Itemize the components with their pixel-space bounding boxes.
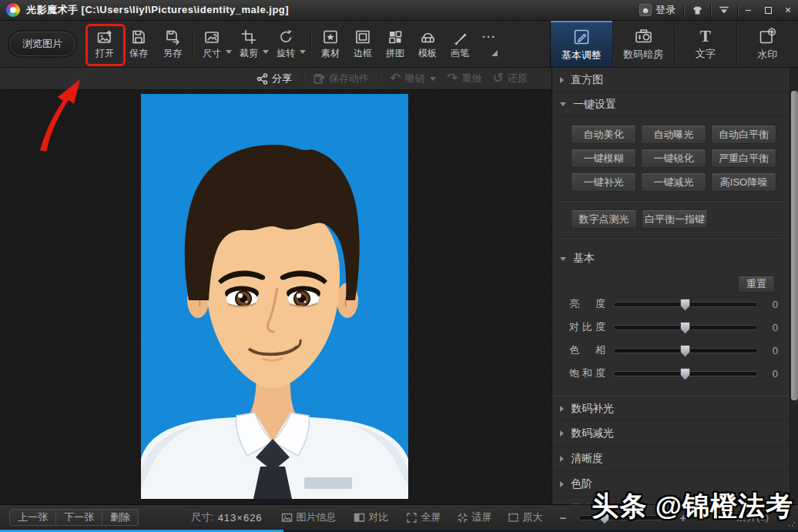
previous-image-button[interactable]: 上一张: [9, 509, 56, 526]
next-image-button[interactable]: 下一张: [56, 509, 102, 526]
panel-tabs: 基本调整 数码暗房 T 文字 水印: [550, 21, 798, 67]
section-onekey-settings[interactable]: 一键设置: [552, 92, 789, 117]
slider-brightness: 亮度 0: [552, 293, 789, 316]
auto-exposure-button[interactable]: 自动曝光: [641, 125, 706, 144]
save-as-icon: [164, 28, 181, 45]
edit-square-icon: [572, 28, 591, 46]
template-icon: [419, 28, 436, 45]
rotate-button[interactable]: 旋转: [270, 24, 301, 64]
skin-theme-button[interactable]: [684, 0, 710, 20]
digital-spot-metering-button[interactable]: 数字点测光: [571, 209, 637, 229]
tab-text[interactable]: T 文字: [674, 21, 736, 67]
severe-white-balance-button[interactable]: 严重白平衡: [711, 149, 776, 168]
undo-history-caret[interactable]: [430, 77, 436, 84]
saturation-track[interactable]: [613, 371, 758, 376]
image-info-button[interactable]: 图片信息: [281, 510, 337, 524]
one-key-blur-button[interactable]: 一键模糊: [571, 149, 636, 168]
tab-digital-darkroom[interactable]: 数码暗房: [612, 21, 675, 67]
section-digital-fill-light[interactable]: 数码补光: [552, 396, 789, 421]
resize-button[interactable]: 尺寸: [196, 24, 227, 64]
shirt-icon: [692, 5, 703, 15]
tab-watermark[interactable]: 水印: [736, 21, 798, 67]
photo-identity-male: [141, 94, 408, 499]
hue-handle[interactable]: [680, 345, 690, 357]
divider: [558, 200, 783, 201]
border-button[interactable]: 边框: [347, 24, 379, 64]
divider: [380, 73, 381, 84]
one-key-fill-light-button[interactable]: 一键补光: [571, 172, 636, 192]
resize-dropdown-caret[interactable]: [226, 50, 232, 57]
section-histogram[interactable]: 直方图: [552, 68, 789, 92]
redo-button[interactable]: ↷ 重做: [447, 72, 481, 85]
watermark-plus-icon: [758, 27, 776, 45]
login-button[interactable]: ☻ 登录: [632, 0, 683, 20]
fullscreen-button[interactable]: 全屏: [406, 510, 441, 524]
more-tools-button[interactable]: ···: [476, 24, 502, 64]
collapsed-triangle-icon: [560, 77, 564, 83]
hue-track[interactable]: [613, 348, 758, 353]
main-menu-button[interactable]: [711, 0, 737, 20]
collage-button[interactable]: 拼图: [379, 24, 411, 64]
browse-images-button[interactable]: 浏览图片: [9, 32, 75, 56]
image-size-readout: 尺寸: 413×626: [191, 510, 263, 524]
brightness-track[interactable]: [613, 302, 758, 307]
crop-dropdown-caret[interactable]: [263, 50, 269, 57]
save-as-button[interactable]: 另存: [156, 24, 189, 64]
save-action-button[interactable]: 保存动作: [313, 72, 369, 85]
revert-icon: ↺: [493, 73, 504, 84]
one-key-dim-light-button[interactable]: 一键减光: [641, 172, 706, 192]
slider-saturation: 饱和度 0: [552, 362, 789, 385]
collage-grid-icon: [387, 28, 404, 45]
metering-buttons: 数字点测光 白平衡一指键: [571, 209, 776, 229]
app-window: 光影魔术手 [C:\Users\liyl\Pictures\identity_m…: [0, 0, 798, 532]
fit-screen-button[interactable]: 适屏: [457, 510, 492, 524]
save-action-icon: [313, 72, 325, 85]
white-balance-one-touch-button[interactable]: 白平衡一指键: [642, 209, 708, 229]
maximize-button[interactable]: [758, 0, 778, 20]
save-button[interactable]: 保存: [122, 24, 156, 64]
slider-hue: 色相 0: [552, 339, 789, 362]
auto-beautify-button[interactable]: 自动美化: [571, 125, 636, 144]
template-button[interactable]: 模板: [411, 24, 444, 64]
rotate-dropdown-caret[interactable]: [300, 50, 306, 57]
revert-button[interactable]: ↺ 还原: [493, 72, 528, 85]
reset-button[interactable]: 重置: [738, 276, 775, 293]
tab-basic-adjust[interactable]: 基本调整: [551, 21, 612, 67]
divider: [193, 30, 193, 58]
annotation-arrow: [29, 75, 85, 153]
original-size-button[interactable]: 原大: [508, 510, 543, 524]
section-digital-dim-light[interactable]: 数码减光: [552, 421, 789, 447]
resize-icon: [203, 28, 220, 45]
brightness-handle[interactable]: [680, 299, 690, 311]
contrast-handle[interactable]: [680, 322, 690, 334]
high-iso-denoise-button[interactable]: 高ISO降噪: [711, 172, 776, 192]
collapsed-triangle-icon: [560, 481, 564, 487]
undo-button[interactable]: ↶ 撤销: [390, 72, 436, 85]
section-clarity[interactable]: 清晰度: [552, 447, 789, 472]
scrollbar-thumb[interactable]: [791, 91, 798, 400]
fullscreen-icon: [406, 512, 417, 524]
crop-icon: [240, 28, 257, 45]
one-key-sharpen-button[interactable]: 一键锐化: [641, 149, 706, 168]
zoom-out-button[interactable]: −: [560, 511, 567, 524]
image-info-icon: [281, 512, 293, 523]
main-toolbar: 浏览图片 打开 保存: [0, 21, 550, 67]
crop-button[interactable]: 裁剪: [233, 24, 264, 64]
user-avatar-icon: ☻: [639, 4, 652, 16]
close-button[interactable]: ×: [778, 0, 798, 20]
collapsed-triangle-icon: [560, 406, 564, 412]
undo-arrow-icon: ↶: [390, 73, 401, 84]
delete-image-button[interactable]: 删除: [102, 509, 139, 526]
brush-button[interactable]: 画笔: [444, 24, 476, 64]
auto-white-balance-button[interactable]: 自动白平衡: [711, 125, 776, 144]
saturation-handle[interactable]: [680, 368, 690, 380]
text-T-icon: T: [700, 28, 711, 45]
compare-icon: [354, 512, 365, 523]
minimize-button[interactable]: −: [738, 0, 758, 20]
contrast-track[interactable]: [613, 325, 758, 330]
share-button[interactable]: 分享: [256, 72, 292, 85]
panel-scrollbar[interactable]: [790, 68, 798, 504]
section-basic[interactable]: 基本: [552, 246, 789, 271]
compare-button[interactable]: 对比: [354, 510, 389, 524]
material-button[interactable]: 素材: [314, 24, 347, 64]
